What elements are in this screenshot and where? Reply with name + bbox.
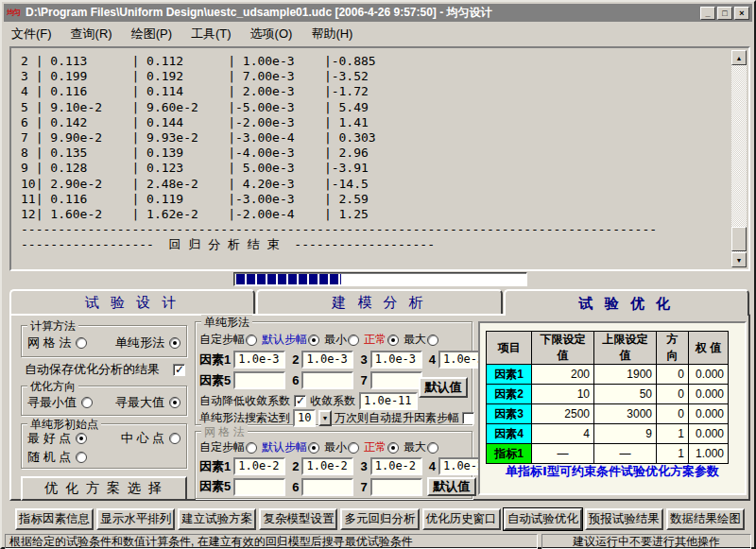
minimize-button[interactable]: _ <box>700 7 715 20</box>
simplex-factor6-input[interactable] <box>301 371 353 389</box>
scroll-down-icon[interactable]: ▼ <box>731 252 747 267</box>
row-name: 因素3 <box>487 404 532 424</box>
seek-min-radio[interactable] <box>81 397 93 408</box>
action-plot-result-button[interactable]: 数据结果绘图 <box>666 508 745 530</box>
simplex-method-radio[interactable] <box>169 337 180 349</box>
action-auto-optimize-button[interactable]: 自动试验优化 <box>504 508 582 530</box>
action-factor-info-button[interactable]: 指标因素信息 <box>15 508 94 530</box>
simplex-min-radio[interactable] <box>348 335 359 346</box>
autosave-label: 自动保存优化分析的结果 <box>25 361 160 378</box>
grid-factor5-input[interactable] <box>233 478 285 496</box>
search-limit-dropdown-icon[interactable]: ▼ <box>318 410 332 426</box>
col-lower: 下限设定值 <box>532 332 594 365</box>
output-line: 7 | 9.90e-2 | 9.93e-2 |-3.00e-4 | 0.303 <box>21 130 730 146</box>
params-caption: 单指标Ⅰ型可约束条件试验优化方案参数 <box>480 463 745 480</box>
menu-plot[interactable]: 绘图(P) <box>131 26 172 43</box>
simplex-factor5-input[interactable] <box>233 371 285 389</box>
table-row[interactable]: 因素1 200 1900 0 0.000 <box>487 365 729 385</box>
table-row[interactable]: 指标1 — — 1 1.000 <box>487 444 729 464</box>
converge-coef-input[interactable]: 1.0e-11 <box>359 392 418 410</box>
action-history-window-button[interactable]: 优化历史窗口 <box>422 508 501 530</box>
best-point-radio[interactable] <box>76 433 87 444</box>
grid-min-radio[interactable] <box>348 442 359 454</box>
auto-converge-label: 自动降低收敛系数 <box>199 393 290 409</box>
tab-experiment-optimization[interactable]: 试 验 优 化 <box>504 289 749 316</box>
search-limit-checkbox[interactable] <box>462 412 474 424</box>
simplex-normal-radio[interactable] <box>387 335 399 346</box>
tab-modeling-analysis[interactable]: 建 模 分 析 <box>256 289 502 314</box>
row-weight: 0.000 <box>689 365 729 385</box>
row-lower: 200 <box>532 365 594 385</box>
window-title: D:\Program Files\Uniform Design\uestc_ud… <box>26 5 700 21</box>
grid-factor6-input[interactable] <box>301 478 353 496</box>
row-lower: 4 <box>532 424 594 444</box>
action-level-layout-button[interactable]: 显示水平排列 <box>96 508 175 530</box>
action-predict-result-button[interactable]: 预报试验结果 <box>585 508 663 530</box>
tab-strip: 试 验 设 计 建 模 分 析 试 验 优 化 <box>9 289 750 315</box>
action-create-plan-button[interactable]: 建立试验方案 <box>178 508 256 530</box>
action-regression-button[interactable]: 多元回归分析 <box>340 508 419 530</box>
action-complex-model-button[interactable]: 复杂模型设置 <box>259 508 337 530</box>
table-row[interactable]: 因素3 2500 3000 0 0.000 <box>487 404 729 424</box>
row-weight: 0.000 <box>689 424 729 444</box>
optimization-plan-button[interactable]: 优 化 方 案 选 择 <box>21 476 187 501</box>
simplex-factor3-input[interactable]: 1.0e-3 <box>370 351 422 369</box>
grid-factor2-label: 2 <box>292 459 299 473</box>
simplex-custom-step-label: 自定步幅 <box>199 332 245 348</box>
output-separator-line: ----------------------------------------… <box>21 222 730 237</box>
grid-normal-radio[interactable] <box>387 442 399 454</box>
center-point-radio[interactable] <box>169 433 180 444</box>
simplex-factor1-input[interactable]: 1.0e-3 <box>233 351 285 369</box>
status-bar: 根据给定的试验条件和数值计算条件, 在建立有效的回归模型后搜寻最优试验条件 建议… <box>5 534 751 549</box>
scrollbar-thumb[interactable] <box>731 227 747 251</box>
simplex-factor7-input[interactable] <box>370 371 422 389</box>
menu-options[interactable]: 选项(O) <box>250 26 293 43</box>
close-button[interactable]: × <box>734 7 749 20</box>
grid-factor5-label: 因素5 <box>199 478 231 495</box>
maximize-button[interactable]: □ <box>717 7 732 20</box>
grid-max-radio[interactable] <box>427 442 438 454</box>
grid-default-step-radio[interactable] <box>308 442 319 454</box>
grid-factor2-input[interactable]: 1.0e-2 <box>301 457 353 475</box>
auto-converge-checkbox[interactable] <box>294 395 306 407</box>
menu-tools[interactable]: 工具(T) <box>191 26 232 43</box>
menu-query[interactable]: 查询(R) <box>71 26 112 43</box>
row-dir: 1 <box>657 424 689 444</box>
simplex-factor6-label: 6 <box>292 373 299 387</box>
grid-factor7-input[interactable] <box>370 478 422 496</box>
random-point-radio[interactable] <box>76 452 87 463</box>
scroll-up-icon[interactable]: ▲ <box>731 50 747 65</box>
tab-experiment-design[interactable]: 试 验 设 计 <box>9 289 255 314</box>
simplex-default-step-label: 默认步幅 <box>262 332 307 348</box>
params-header-row: 项目 下限设定值 上限设定值 方 向 权 值 <box>487 332 729 365</box>
autosave-checkbox[interactable] <box>173 364 185 376</box>
table-row[interactable]: 因素4 4 9 1 0.000 <box>487 424 729 444</box>
action-button-bar: 指标因素信息 显示水平排列 建立试验方案 复杂模型设置 多元回归分析 优化历史窗… <box>15 508 745 530</box>
grid-factor7-label: 7 <box>360 480 367 494</box>
simplex-max-radio[interactable] <box>427 335 438 346</box>
grid-factor1-input[interactable]: 1.0e-2 <box>233 457 285 475</box>
simplex-factor2-input[interactable]: 1.0e-3 <box>301 351 353 369</box>
row-weight: 1.000 <box>689 444 729 464</box>
grid-method-radio[interactable] <box>76 337 87 349</box>
menu-file[interactable]: 文件(F) <box>11 26 52 43</box>
grid-factor3-input[interactable]: 1.0e-2 <box>370 457 422 475</box>
search-limit-value[interactable]: 10 <box>293 409 316 427</box>
table-row[interactable]: 因素2 10 50 0 0.000 <box>487 385 729 404</box>
simplex-custom-step-radio[interactable] <box>246 335 257 346</box>
output-line: 9 | 0.128 | 0.123 | 5.00e-3 |-3.91 <box>21 161 730 176</box>
seek-max-radio[interactable] <box>169 397 180 408</box>
row-upper: — <box>594 444 657 464</box>
params-panel: 项目 下限设定值 上限设定值 方 向 权 值 因素1 200 1900 0 0.… <box>478 321 747 495</box>
simplex-factor5-label: 因素5 <box>199 372 231 389</box>
row-name: 因素4 <box>487 424 532 444</box>
vertical-scrollbar[interactable]: ▲ ▼ <box>731 50 747 267</box>
simplex-default-step-radio[interactable] <box>308 335 319 346</box>
output-line: 5 | 9.10e-2 | 9.60e-2 |-5.00e-3 | 5.49 <box>21 100 730 115</box>
params-table: 项目 下限设定值 上限设定值 方 向 权 值 因素1 200 1900 0 0.… <box>486 331 729 464</box>
simplex-default-values-button[interactable]: 默认值 <box>419 377 468 398</box>
grid-default-values-button[interactable]: 默认值 <box>427 477 476 496</box>
menu-help[interactable]: 帮助(H) <box>311 26 352 43</box>
grid-custom-step-radio[interactable] <box>246 442 257 454</box>
grid-normal-label: 正常 <box>364 439 387 455</box>
